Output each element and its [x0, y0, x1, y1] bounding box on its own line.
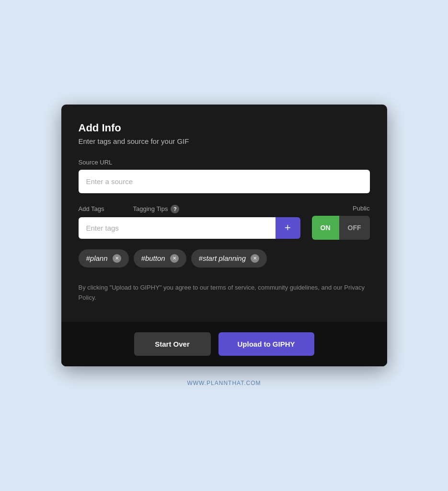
tag-remove-button[interactable]: ✕: [113, 254, 121, 263]
tags-input[interactable]: [79, 217, 276, 239]
tag-remove-button[interactable]: ✕: [170, 254, 179, 263]
question-icon: ?: [171, 205, 179, 213]
tags-and-public-row: Add Tags Tagging Tips ? + Public ON: [79, 205, 370, 240]
tags-block: Add Tags Tagging Tips ? +: [79, 205, 300, 239]
add-tag-button[interactable]: +: [276, 217, 300, 239]
tags-label: Add Tags: [79, 205, 104, 212]
tag-chip-label: #start planning: [199, 254, 246, 262]
upload-to-giphy-button[interactable]: Upload to GIPHY: [218, 332, 314, 356]
toggle-on-button[interactable]: ON: [312, 216, 339, 240]
tags-input-row: +: [79, 217, 300, 239]
tag-chip-label: #plann: [86, 254, 108, 262]
toggle-off-button[interactable]: OFF: [339, 216, 370, 240]
modal-title: Add Info: [79, 122, 370, 134]
public-block: Public ON OFF: [300, 205, 370, 240]
source-url-label: Source URL: [79, 159, 370, 166]
terms-text: By clicking "Upload to GIPHY" you agree …: [79, 283, 370, 303]
list-item: #start planning ✕: [191, 249, 267, 268]
tagging-tips-link[interactable]: Tagging Tips ?: [133, 205, 179, 213]
modal-body: Add Info Enter tags and source for your …: [61, 105, 387, 322]
list-item: #button ✕: [134, 249, 186, 268]
modal-subtitle: Enter tags and source for your GIF: [79, 137, 370, 145]
tags-header: Add Tags Tagging Tips ?: [79, 205, 300, 213]
modal-footer: Start Over Upload to GIPHY: [61, 322, 387, 366]
list-item: #plann ✕: [79, 249, 129, 268]
tags-chips-container: #plann ✕ #button ✕ #start planning ✕: [79, 249, 370, 268]
tagging-tips-label: Tagging Tips: [133, 205, 168, 212]
site-url: WWW.PLANNTHAT.COM: [187, 380, 261, 386]
start-over-button[interactable]: Start Over: [134, 332, 211, 356]
source-url-input[interactable]: [79, 170, 370, 193]
public-label: Public: [353, 205, 369, 212]
source-url-section: Source URL: [79, 159, 370, 205]
tag-chip-label: #button: [141, 254, 165, 262]
public-toggle[interactable]: ON OFF: [312, 216, 370, 240]
modal: Add Info Enter tags and source for your …: [61, 105, 387, 367]
tag-remove-button[interactable]: ✕: [251, 254, 259, 263]
